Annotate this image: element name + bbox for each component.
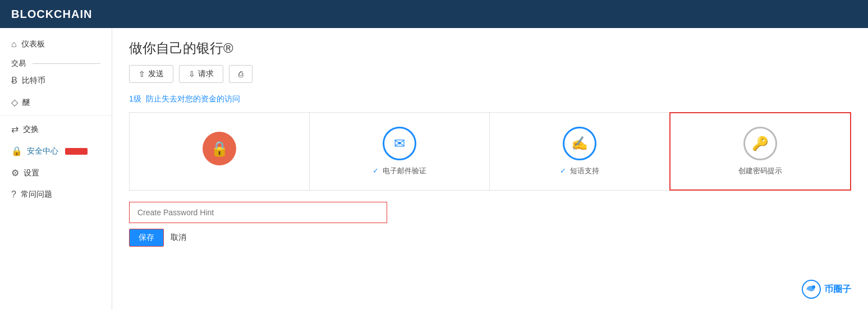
home-icon: ⌂ <box>11 39 17 49</box>
sidebar-item-ether[interactable]: ◇ 醚 <box>0 91 112 113</box>
faq-icon: ? <box>11 189 16 200</box>
header: BLOCKCHAIN <box>0 0 868 28</box>
save-button[interactable]: 保存 <box>129 229 164 247</box>
password-hint-input[interactable] <box>130 202 387 223</box>
email-check-icon: ✓ <box>373 166 379 175</box>
section-level: 1级 <box>129 94 141 103</box>
send-label: 发送 <box>148 69 164 79</box>
section-label: 1级 防止失去对您的资金的访问 <box>129 94 851 104</box>
svg-point-1 <box>812 285 815 289</box>
sidebar-item-settings[interactable]: ⚙ 设置 <box>0 162 112 184</box>
sidebar-label-faq: 常问问题 <box>21 189 52 200</box>
request-icon: ⇩ <box>189 70 195 78</box>
hint-input-wrapper <box>129 202 387 223</box>
tile-email-circle: ✉ <box>383 127 416 160</box>
content-area: 做你自己的银行® ⇧ 发送 ⇩ 请求 ⎙ 1级 防止失去对您的资金的访问 🔒 <box>112 28 868 310</box>
main-layout: ⌂ 仪表板 交易 Ƀ 比特币 ◇ 醚 ⇄ 交换 🔒 安全中心 ⚙ 设置 ? <box>0 28 868 310</box>
sidebar-item-bitcoin[interactable]: Ƀ 比特币 <box>0 70 112 91</box>
sidebar-item-exchange[interactable]: ⇄ 交换 <box>0 118 112 140</box>
brand-icon <box>802 280 821 299</box>
tile-email[interactable]: ✉ ✓ 电子邮件验证 <box>310 113 490 190</box>
tile-lock-icon: 🔒 <box>210 140 228 158</box>
copy-button[interactable]: ⎙ <box>229 65 252 83</box>
email-envelope-icon: ✉ <box>394 136 405 151</box>
sidebar-item-security[interactable]: 🔒 安全中心 <box>0 140 112 162</box>
ether-icon: ◇ <box>11 97 18 108</box>
sms-icon: ✍ <box>571 136 588 151</box>
form-actions: 保存 取消 <box>129 229 851 247</box>
sidebar-label-dashboard: 仪表板 <box>21 39 45 49</box>
tile-password-hint[interactable]: 🔑 创建密码提示 <box>669 112 851 191</box>
tile-lock-circle: 🔒 <box>203 132 236 165</box>
copy-icon: ⎙ <box>238 70 243 78</box>
tile-sms[interactable]: ✍ ✓ 短语支持 <box>490 113 670 190</box>
key-icon: 🔑 <box>752 136 769 151</box>
bitcoin-icon: Ƀ <box>11 75 17 86</box>
sidebar-label-security: 安全中心 <box>27 146 58 156</box>
cancel-button[interactable]: 取消 <box>171 233 186 243</box>
sidebar-divider-transaction: 交易 <box>0 55 112 70</box>
security-tiles: 🔒 ✉ ✓ 电子邮件验证 ✍ ✓ 短语支持 <box>129 112 851 191</box>
sms-check-icon: ✓ <box>560 166 566 175</box>
logo: BLOCKCHAIN <box>11 8 92 21</box>
sidebar-label-bitcoin: 比特币 <box>22 76 45 86</box>
tile-password-hint-circle: 🔑 <box>743 127 777 160</box>
action-buttons: ⇧ 发送 ⇩ 请求 ⎙ <box>129 65 851 83</box>
footer-watermark: 币圈子 <box>802 280 851 299</box>
sidebar-item-dashboard[interactable]: ⌂ 仪表板 <box>0 34 112 55</box>
settings-icon: ⚙ <box>11 168 19 178</box>
hint-form: 保存 取消 <box>129 202 851 258</box>
tile-sms-label: ✓ 短语支持 <box>560 166 599 176</box>
page-title: 做你自己的银行® <box>129 39 851 57</box>
sidebar-label-exchange: 交换 <box>23 124 39 135</box>
sidebar-item-faq[interactable]: ? 常问问题 <box>0 184 112 205</box>
tile-email-label: ✓ 电子邮件验证 <box>373 166 426 176</box>
sidebar: ⌂ 仪表板 交易 Ƀ 比特币 ◇ 醚 ⇄ 交换 🔒 安全中心 ⚙ 设置 ? <box>0 28 112 310</box>
sidebar-label-settings: 设置 <box>24 168 39 178</box>
request-button[interactable]: ⇩ 请求 <box>179 65 223 83</box>
brand-label: 币圈子 <box>824 284 851 295</box>
tile-lock: 🔒 <box>130 113 310 190</box>
lock-icon: 🔒 <box>11 146 22 156</box>
sidebar-divider-label: 交易 <box>11 58 26 68</box>
section-description: 防止失去对您的资金的访问 <box>146 94 240 103</box>
send-button[interactable]: ⇧ 发送 <box>129 65 173 83</box>
tile-sms-circle: ✍ <box>563 127 596 160</box>
tile-password-hint-label: 创建密码提示 <box>738 166 782 176</box>
exchange-icon: ⇄ <box>11 124 19 135</box>
request-label: 请求 <box>198 69 214 79</box>
sidebar-label-ether: 醚 <box>22 98 30 108</box>
send-icon: ⇧ <box>139 70 145 78</box>
security-badge <box>65 148 88 155</box>
